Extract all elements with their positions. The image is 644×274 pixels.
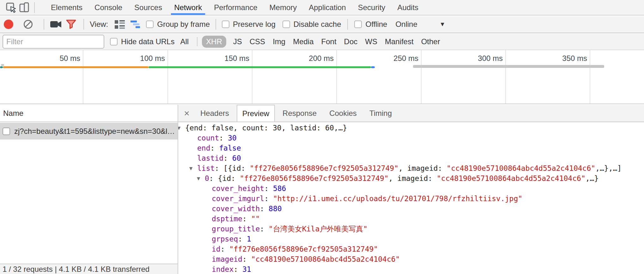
capture-screenshots-icon[interactable]: [49, 18, 63, 31]
json-preview-tree: ▼{end: false, count: 30, lastid: 60,…}co…: [178, 123, 644, 274]
type-filter-css[interactable]: CSS: [250, 37, 265, 46]
json-str-segment: "": [251, 215, 260, 223]
preserve-log-label: Preserve log: [233, 20, 276, 29]
json-str-segment: "cc48190e57100864abc4d55a2c4104c6": [447, 164, 595, 172]
tab-network[interactable]: Network: [171, 0, 205, 15]
tab-audits[interactable]: Audits: [394, 0, 422, 15]
request-row[interactable]: zj?ch=beauty&t1=595&listtype=new&sn=30&l…: [0, 123, 178, 140]
json-tree-line[interactable]: imageid: "cc48190e57100864abc4d55a2c4104…: [178, 254, 644, 264]
group-by-frame-checkbox[interactable]: [146, 21, 154, 28]
overview-load-bar-green: [149, 66, 371, 68]
json-key-segment: lastid: [197, 154, 223, 162]
json-plain-segment: :: [260, 225, 269, 233]
json-plain-segment: ,…}: [586, 174, 599, 182]
network-toolbar: View: Group by frame Pres: [0, 16, 644, 33]
type-filter-manifest[interactable]: Manifest: [385, 37, 414, 46]
request-name: zj?ch=beauty&t1=595&listtype=new&sn=30&l…: [14, 127, 175, 136]
detail-tab-headers[interactable]: Headers: [195, 105, 234, 122]
json-tree-line[interactable]: cover_imgurl: "http://i1.umei.cc/uploads…: [178, 194, 644, 204]
json-str-segment: "ff276e8056f58896e7cf92505a312749": [250, 164, 398, 172]
json-plain-segment: :: [238, 235, 247, 243]
request-detail-pane: × HeadersPreviewResponseCookiesTiming ▼{…: [178, 105, 644, 274]
tab-security[interactable]: Security: [355, 0, 389, 15]
json-tree-line[interactable]: id: "ff276e8056f58896e7cf92505a312749": [178, 244, 644, 254]
filter-funnel-icon[interactable]: [64, 18, 78, 31]
json-plain-segment: :: [242, 215, 251, 223]
devtools-network-panel: ElementsConsoleSourcesNetworkPerformance…: [0, 0, 644, 274]
timeline-tick-label: 250 ms: [374, 54, 418, 63]
json-tree-line[interactable]: index: 31: [178, 264, 644, 274]
type-filter-font[interactable]: Font: [321, 37, 337, 46]
device-toolbar-icon[interactable]: [18, 1, 31, 14]
detail-tab-cookies[interactable]: Cookies: [324, 105, 362, 122]
type-filter-img[interactable]: Img: [273, 37, 285, 46]
json-tree-line[interactable]: cover_height: 586: [178, 183, 644, 194]
json-tree-line[interactable]: cover_width: 880: [178, 204, 644, 214]
json-plain-segment: :: [219, 134, 228, 142]
tab-application[interactable]: Application: [306, 0, 349, 15]
tab-performance[interactable]: Performance: [211, 0, 260, 15]
hide-data-urls-checkbox[interactable]: [110, 38, 118, 45]
expand-arrow-icon[interactable]: ▼: [189, 163, 192, 173]
json-str-segment: "台湾美女Kila户外唯美写真": [269, 225, 368, 233]
json-tree-line[interactable]: ▼list: [{id: "ff276e8056f58896e7cf92505a…: [178, 163, 644, 173]
expand-arrow-icon[interactable]: ▼: [197, 173, 200, 183]
detail-tab-preview[interactable]: Preview: [237, 105, 275, 122]
expand-arrow-icon[interactable]: ▼: [178, 123, 180, 133]
show-overview-icon[interactable]: [130, 18, 143, 31]
json-key-segment: id: [212, 245, 221, 253]
offline-checkbox[interactable]: [354, 21, 362, 28]
tab-console[interactable]: Console: [91, 0, 125, 15]
json-tree-line[interactable]: grpseq: 1: [178, 234, 644, 244]
type-filter-doc[interactable]: Doc: [344, 37, 358, 46]
request-row-checkbox[interactable]: [3, 128, 10, 135]
toolbar-separator: [347, 19, 348, 30]
devtools-tab-bar: ElementsConsoleSourcesNetworkPerformance…: [0, 0, 644, 15]
json-tree-line[interactable]: group_title: "台湾美女Kila户外唯美写真": [178, 224, 644, 234]
tab-memory[interactable]: Memory: [266, 0, 300, 15]
throttling-dropdown-icon[interactable]: ▼: [440, 21, 446, 28]
record-network-log-button[interactable]: [4, 20, 13, 29]
disable-cache-checkbox[interactable]: [283, 21, 290, 28]
json-plain-segment: , imageid:: [398, 164, 447, 172]
overview-load-bar-orange: [3, 66, 149, 68]
group-by-frame-checkbox-group: Group by frame: [146, 20, 210, 29]
tab-elements[interactable]: Elements: [48, 0, 86, 15]
type-filter-all[interactable]: All: [180, 37, 189, 46]
toolbar-separator: [34, 2, 35, 13]
json-num-segment: 60: [232, 154, 241, 162]
timeline-tick-label: 100 ms: [120, 54, 165, 63]
type-filter-list: AllXHRJSCSSImgMediaFontDocWSManifestOthe…: [180, 36, 447, 48]
close-detail-icon[interactable]: ×: [179, 105, 194, 122]
clear-icon[interactable]: [21, 18, 35, 31]
json-tree-line[interactable]: end: false: [178, 143, 644, 153]
detail-tab-timing[interactable]: Timing: [364, 105, 397, 122]
json-key-segment: cover_height: [212, 184, 264, 193]
type-filter-js[interactable]: JS: [233, 37, 242, 46]
json-str-segment: "cc48190e57100864abc4d55a2c4104c6": [251, 255, 400, 263]
json-tree-line[interactable]: ▼0: {id: "ff276e8056f58896e7cf92505a3127…: [178, 173, 644, 183]
network-overview[interactable]: 50 ms100 ms150 ms200 ms250 ms300 ms350 m…: [0, 50, 644, 104]
type-filter-media[interactable]: Media: [293, 37, 313, 46]
json-tree-line[interactable]: count: 30: [178, 133, 644, 143]
json-num-segment: false: [219, 144, 241, 152]
json-plain-segment: :: [210, 144, 219, 152]
toolbar-separator: [44, 19, 44, 30]
json-tree-line[interactable]: lastid: 60: [178, 153, 644, 163]
type-filter-ws[interactable]: WS: [365, 37, 377, 46]
type-filter-other[interactable]: Other: [421, 37, 440, 46]
throttling-select[interactable]: Online: [395, 20, 417, 29]
detail-tab-response[interactable]: Response: [277, 105, 322, 122]
inspect-element-icon[interactable]: [4, 1, 18, 14]
requests-status-bar: 1 / 32 requests | 4.1 KB / 4.1 KB transf…: [0, 264, 178, 274]
json-tree-line[interactable]: ▼{end: false, count: 30, lastid: 60,…}: [178, 123, 644, 133]
overview-queued-bar: [1, 64, 4, 66]
type-filter-xhr[interactable]: XHR: [202, 36, 226, 48]
tab-sources[interactable]: Sources: [131, 0, 165, 15]
large-request-rows-icon[interactable]: [113, 18, 126, 31]
filter-input[interactable]: [3, 35, 104, 49]
timeline-gridline: [336, 50, 337, 104]
json-tree-line[interactable]: dsptime: "": [178, 214, 644, 224]
name-column-header[interactable]: Name: [0, 105, 178, 122]
preserve-log-checkbox[interactable]: [222, 21, 229, 28]
